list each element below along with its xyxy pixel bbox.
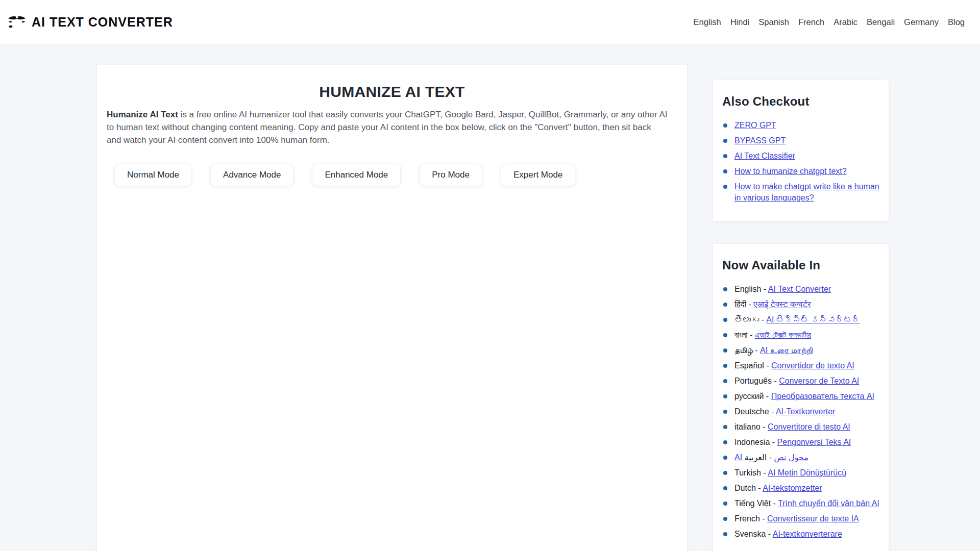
bullet-icon xyxy=(723,517,727,521)
nav-item-germany[interactable]: Germany xyxy=(904,17,939,27)
language-link[interactable]: AI-Textkonverter xyxy=(776,407,835,416)
bypass-gpt-link[interactable]: BYPASS GPT xyxy=(734,136,786,145)
intro-line-2: to human text without changing content m… xyxy=(107,122,651,132)
enhanced-mode-button[interactable]: Enhanced Mode xyxy=(312,164,401,186)
list-item-turkish: Turkish - AI Metin Dönüştürücü xyxy=(722,467,879,479)
intro-line-3: and watch your AI content convert into 1… xyxy=(107,135,330,145)
language-link[interactable]: Convertisseur de texte IA xyxy=(767,514,859,523)
bullet-icon xyxy=(723,333,727,337)
nav-item-spanish[interactable]: Spanish xyxy=(758,17,789,27)
how-to-humanize-link[interactable]: How to humanize chatgpt text? xyxy=(734,167,847,176)
language-link[interactable]: एआई टेक्स्ट कन्वर्टर xyxy=(753,300,811,309)
language-label: русский xyxy=(734,392,764,400)
nav-item-blog[interactable]: Blog xyxy=(948,17,965,27)
bullet-icon xyxy=(723,410,727,414)
list-item-english: English - AI Text Converter xyxy=(722,284,879,295)
list-item-german: Deutsche - AI-Textkonverter xyxy=(722,406,879,417)
nav-item-bengali[interactable]: Bengali xyxy=(867,17,895,27)
list-item: How to make chatgpt write like a human i… xyxy=(722,181,879,204)
language-label: Deutsche xyxy=(734,407,769,416)
bullet-icon xyxy=(723,185,727,189)
separator: - xyxy=(759,315,766,324)
also-checkout-card: Also Checkout ZERO GPT BYPASS GPT AI Tex… xyxy=(713,80,889,221)
intro-paragraph: Humanize AI Text is a free online AI hum… xyxy=(107,108,687,146)
pro-mode-button[interactable]: Pro Mode xyxy=(419,164,482,186)
bullet-icon xyxy=(723,318,727,322)
bullet-icon xyxy=(723,379,727,383)
language-label: తెలుగు xyxy=(734,315,759,324)
bullet-icon xyxy=(723,123,727,128)
logo-robot-icon xyxy=(6,13,28,32)
bullet-icon xyxy=(723,502,727,506)
language-label: italiano xyxy=(734,422,761,431)
list-item-french: French - Convertisseur de texte IA xyxy=(722,513,879,524)
language-label: हिंदी xyxy=(734,300,746,309)
language-link[interactable]: Преобразователь текста AI xyxy=(771,392,874,400)
nav-item-english[interactable]: English xyxy=(694,17,721,27)
write-like-human-link[interactable]: How to make chatgpt write like a human i… xyxy=(734,182,879,202)
list-item-dutch: Dutch - AI-tekstomzetter xyxy=(722,483,879,494)
language-label: Turkish xyxy=(734,468,761,477)
language-link[interactable]: Convertidor de texto AI xyxy=(771,361,854,370)
nav-item-hindi[interactable]: Hindi xyxy=(730,17,750,27)
separator: - xyxy=(761,422,768,431)
language-link[interactable]: AI-tekstomzetter xyxy=(763,484,822,492)
list-item-bengali: বাংলা - এআই টেক্সট কনভার্টার xyxy=(722,330,879,341)
bullet-icon xyxy=(723,532,727,536)
intro-bold-text: Humanize AI Text xyxy=(107,110,178,119)
nav-item-arabic[interactable]: Arabic xyxy=(834,17,857,27)
bullet-icon xyxy=(723,440,727,444)
expert-mode-button[interactable]: Expert Mode xyxy=(501,164,575,186)
separator: - xyxy=(767,453,774,462)
bullet-icon xyxy=(723,394,727,398)
separator: - xyxy=(771,499,778,508)
separator: - xyxy=(769,407,776,416)
language-link[interactable]: এআই টেক্সট কনভার্টার xyxy=(755,331,811,339)
language-link[interactable]: AI Text Converter xyxy=(768,285,831,293)
language-label: French xyxy=(734,514,760,523)
advance-mode-button[interactable]: Advance Mode xyxy=(210,164,293,186)
language-label: Indonesia xyxy=(734,438,770,446)
language-link[interactable]: Convertitore di testo AI xyxy=(768,422,850,431)
language-label: العربية xyxy=(745,453,767,462)
language-label: தமிழ் xyxy=(734,346,753,355)
language-link[interactable]: AI-textkonverterare xyxy=(773,530,842,538)
page-title: HUMANIZE AI TEXT xyxy=(97,83,687,101)
list-item: AI Text Classifier xyxy=(722,151,879,162)
zero-gpt-link[interactable]: ZERO GPT xyxy=(734,121,776,130)
list-item-vietnamese: Tiếng Việt - Trình chuyển đổi văn bản AI xyxy=(722,498,879,509)
humanizer-panel: HUMANIZE AI TEXT Humanize AI Text is a f… xyxy=(97,65,687,551)
intro-line-1: is a free online AI humanizer tool that … xyxy=(178,110,668,119)
also-checkout-title: Also Checkout xyxy=(722,94,879,109)
language-link[interactable]: AI Metin Dönüştürücü xyxy=(768,468,846,477)
language-link[interactable]: Pengonversi Teks AI xyxy=(777,438,851,446)
header: AI TEXT CONVERTER English Hindi Spanish … xyxy=(0,0,980,45)
separator: - xyxy=(766,530,772,538)
separator: - xyxy=(764,392,771,400)
bullet-icon xyxy=(723,139,727,143)
now-available-title: Now Available In xyxy=(722,258,879,272)
bullet-icon xyxy=(723,169,727,173)
separator: - xyxy=(770,438,777,446)
language-label: Dutch xyxy=(734,484,756,492)
separator: - xyxy=(761,285,768,293)
now-available-card: Now Available In English - AI Text Conve… xyxy=(713,244,889,551)
language-label: Español xyxy=(734,361,764,370)
bullet-icon xyxy=(723,287,727,291)
main-nav: English Hindi Spanish French Arabic Beng… xyxy=(694,17,965,27)
ai-text-classifier-link[interactable]: AI Text Classifier xyxy=(734,152,795,160)
separator: - xyxy=(756,484,763,492)
bullet-icon xyxy=(723,486,727,490)
language-link[interactable]: AI టెక్స్ట్ కన్వర్టర్ xyxy=(766,315,860,324)
site-logo[interactable]: AI TEXT CONVERTER xyxy=(6,13,173,32)
language-link[interactable]: Conversor de Texto AI xyxy=(779,377,859,385)
language-label: Tiếng Việt xyxy=(734,499,771,508)
separator: - xyxy=(753,346,760,355)
list-item-telugu: తెలుగు - AI టెక్స్ట్ కన్వర్టర్ xyxy=(722,314,879,325)
list-item-portuguese: Português - Conversor de Texto AI xyxy=(722,375,879,387)
normal-mode-button[interactable]: Normal Mode xyxy=(114,164,192,186)
language-link[interactable]: Trình chuyển đổi văn bản AI xyxy=(778,499,879,508)
language-link[interactable]: AI உரை மாற்றி xyxy=(760,346,813,355)
nav-item-french[interactable]: French xyxy=(798,17,824,27)
list-item: BYPASS GPT xyxy=(722,135,879,146)
